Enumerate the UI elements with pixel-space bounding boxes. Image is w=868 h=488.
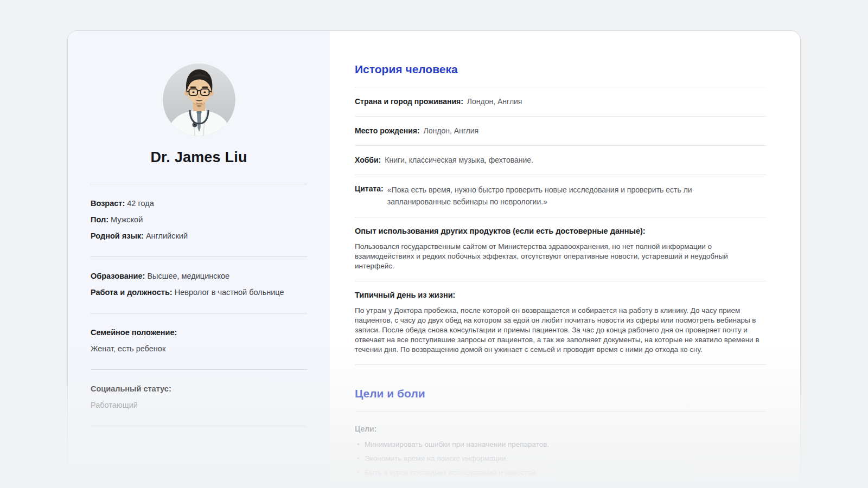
attributes-basic-group: Возраст: 42 года Пол: Мужской Родной язы… [91, 184, 307, 256]
attributes-family-group: Семейное положение: Женат, есть ребенок [91, 313, 307, 369]
info-value: Лондон, Англия [467, 97, 522, 106]
attribute-value: Английский [146, 232, 188, 240]
goals-list: Минимизировать ошибки при назначении пре… [355, 440, 767, 478]
social-status-label: Социальный статус: [91, 384, 307, 394]
info-row-birthplace: Место рождения: Лондон, Англия [355, 117, 767, 146]
goals-list-item: Экономить время на поиске информации. [355, 454, 767, 464]
attribute-value: Мужской [111, 215, 143, 224]
persona-card: Dr. James Liu Возраст: 42 года Пол: Мужс… [67, 30, 801, 488]
attribute-row-language: Родной язык: Английский [91, 231, 307, 241]
attribute-label: Пол: [91, 215, 108, 224]
info-row-quote: Цитата: «Пока есть время, нужно быстро п… [355, 175, 767, 217]
info-row-residence: Страна и город проживания: Лондон, Англи… [355, 87, 767, 117]
quote-text: «Пока есть время, нужно быстро проверить… [387, 184, 743, 208]
info-row-hobbies: Хобби: Книги, классическая музыка, фехто… [355, 146, 767, 175]
attribute-row-job: Работа и должность: Невролог в частной б… [91, 287, 307, 298]
persona-content: История человека Страна и город проживан… [330, 31, 800, 488]
goals-list-item: Минимизировать ошибки при назначении пре… [355, 440, 767, 450]
doctor-portrait-icon [163, 63, 235, 136]
family-status-value: Женат, есть ребенок [91, 344, 307, 354]
info-label: Место рождения: [355, 126, 420, 136]
story-section-title: История человека [355, 62, 767, 76]
goals-section-title: Цели и боли [355, 387, 767, 401]
attribute-label: Работа и должность: [91, 288, 173, 297]
attribute-label: Возраст: [91, 199, 125, 208]
info-label: Цитата: [355, 184, 384, 208]
attributes-social-group: Социальный статус: Работающий [91, 369, 307, 426]
section-body: Пользовался государственным сайтом от Ми… [355, 242, 767, 271]
attribute-label: Родной язык: [91, 232, 144, 240]
goals-sublabel: Цели: [355, 425, 767, 433]
info-label: Хобби: [355, 155, 381, 165]
social-status-value: Работающий [91, 400, 307, 410]
divider [355, 411, 767, 412]
avatar [163, 63, 235, 136]
attribute-row-age: Возраст: 42 года [91, 198, 307, 209]
section-body: По утрам у Доктора пробежка, после котор… [355, 306, 767, 355]
attributes-work-group: Образование: Высшее, медицинское Работа … [91, 256, 307, 313]
attribute-value: Невролог в частной больнице [175, 288, 284, 297]
attribute-row-education: Образование: Высшее, медицинское [91, 271, 307, 281]
section-typical-day: Типичный день из жизни: По утрам у Докто… [355, 281, 767, 365]
profile-sidebar: Dr. James Liu Возраст: 42 года Пол: Мужс… [68, 31, 330, 488]
family-status-label: Семейное положение: [91, 328, 307, 338]
profile-attributes: Возраст: 42 года Пол: Мужской Родной язы… [91, 184, 307, 426]
section-title: Типичный день из жизни: [355, 290, 767, 300]
section-other-products: Опыт использования других продуктов (есл… [355, 217, 767, 281]
info-value: Лондон, Англия [424, 126, 479, 136]
goals-list-item: Быть в курсе последних исследований и но… [355, 468, 767, 478]
attribute-value: Высшее, медицинское [147, 272, 229, 280]
attribute-row-gender: Пол: Мужской [91, 215, 307, 225]
profile-name: Dr. James Liu [91, 149, 307, 166]
info-label: Страна и город проживания: [355, 97, 463, 106]
section-title: Опыт использования других продуктов (есл… [355, 226, 767, 236]
info-value: Книги, классическая музыка, фехтование. [385, 155, 533, 165]
attribute-value: 42 года [127, 199, 154, 208]
attribute-label: Образование: [91, 272, 145, 280]
